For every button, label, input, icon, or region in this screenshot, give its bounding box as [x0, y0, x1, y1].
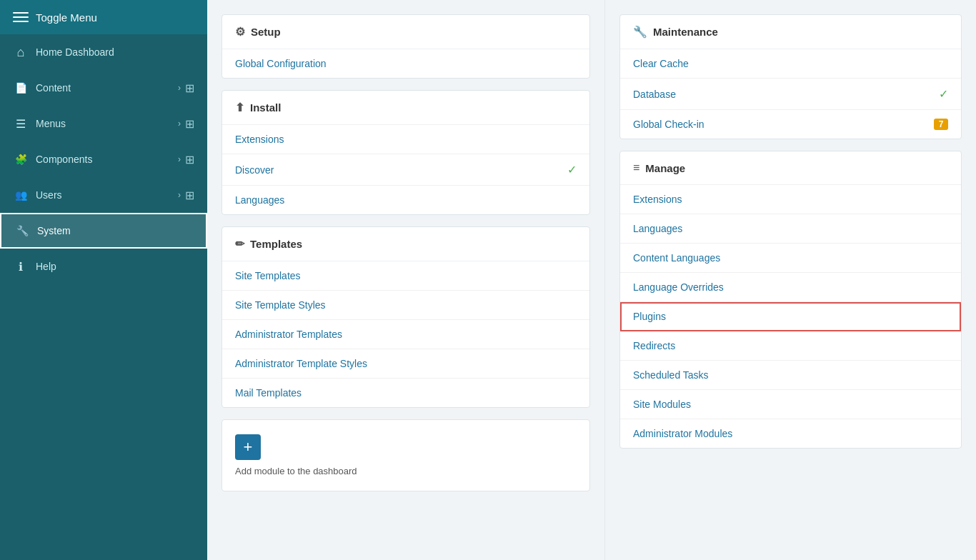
install-section: ⬆ Install Extensions Discover ✓ Language…: [221, 90, 590, 215]
sidebar-item-content-label: Content: [36, 82, 178, 94]
administrator-template-styles-label: Administrator Template Styles: [235, 358, 367, 369]
maintenance-title: Maintenance: [653, 26, 718, 38]
global-configuration-link[interactable]: Global Configuration: [222, 49, 589, 78]
manage-title: Manage: [645, 162, 685, 174]
templates-title: Templates: [250, 238, 302, 250]
left-panel: Setup Global Configuration ⬆ Install Ext…: [207, 0, 604, 560]
templates-header: ✏ Templates: [222, 227, 589, 261]
chevron-right-icon: ›: [178, 154, 181, 164]
sidebar-item-home-label: Home Dashboard: [36, 46, 194, 58]
database-label: Database: [633, 89, 676, 100]
sidebar-item-menus[interactable]: Menus › ⊞: [0, 106, 207, 141]
grid-icon: ⊞: [185, 153, 194, 166]
global-checkin-label: Global Check-in: [633, 119, 704, 130]
gear-icon: [235, 25, 245, 39]
discover-link[interactable]: Discover ✓: [222, 154, 589, 186]
content-icon: [13, 80, 29, 96]
language-overrides-label: Language Overrides: [633, 281, 724, 293]
mail-templates-link[interactable]: Mail Templates: [222, 379, 589, 407]
site-templates-link[interactable]: Site Templates: [222, 261, 589, 291]
redirects-link[interactable]: Redirects: [620, 331, 961, 361]
language-overrides-link[interactable]: Language Overrides: [620, 273, 961, 302]
clear-cache-label: Clear Cache: [633, 58, 689, 69]
home-icon: [13, 44, 29, 60]
sidebar-item-components[interactable]: Components › ⊞: [0, 141, 207, 177]
add-module-button[interactable]: +: [235, 434, 261, 460]
help-icon: [13, 259, 29, 274]
site-template-styles-label: Site Template Styles: [235, 299, 326, 311]
discover-label: Discover: [235, 164, 274, 176]
database-link[interactable]: Database ✓: [620, 79, 961, 110]
grid-icon: ⊞: [185, 81, 194, 95]
scheduled-tasks-label: Scheduled Tasks: [633, 369, 709, 381]
setup-section: Setup Global Configuration: [221, 14, 590, 79]
main-content: Setup Global Configuration ⬆ Install Ext…: [207, 0, 976, 560]
right-panel: 🔧 Maintenance Clear Cache Database ✓ Glo…: [604, 0, 976, 560]
manage-icon: ≡: [633, 161, 639, 174]
site-templates-label: Site Templates: [235, 270, 301, 281]
sidebar-item-users[interactable]: Users › ⊞: [0, 177, 207, 213]
content-languages-label: Content Languages: [633, 252, 720, 264]
manage-languages-label: Languages: [633, 223, 682, 234]
setup-header: Setup: [222, 15, 589, 49]
sidebar-item-content[interactable]: Content › ⊞: [0, 70, 207, 106]
global-checkin-badge: 7: [934, 119, 948, 130]
mail-templates-label: Mail Templates: [235, 387, 302, 399]
check-icon: ✓: [567, 163, 577, 176]
manage-languages-link[interactable]: Languages: [620, 214, 961, 244]
chevron-right-icon: ›: [178, 119, 181, 129]
install-header: ⬆ Install: [222, 91, 589, 125]
global-checkin-link[interactable]: Global Check-in 7: [620, 110, 961, 139]
add-module-label: Add module to the dashboard: [235, 466, 577, 476]
sidebar-item-home[interactable]: Home Dashboard: [0, 34, 207, 70]
users-icon: [13, 187, 29, 203]
administrator-template-styles-link[interactable]: Administrator Template Styles: [222, 349, 589, 379]
extensions-install-label: Extensions: [235, 134, 284, 145]
administrator-modules-link[interactable]: Administrator Modules: [620, 419, 961, 448]
setup-title: Setup: [251, 26, 281, 38]
extensions-install-link[interactable]: Extensions: [222, 125, 589, 154]
manage-extensions-link[interactable]: Extensions: [620, 185, 961, 214]
redirects-label: Redirects: [633, 340, 675, 351]
sidebar-item-system-label: System: [37, 225, 193, 236]
administrator-templates-link[interactable]: Administrator Templates: [222, 320, 589, 349]
manage-extensions-label: Extensions: [633, 194, 682, 205]
toggle-menu-button[interactable]: Toggle Menu: [0, 0, 207, 34]
add-module-card: + Add module to the dashboard: [221, 419, 590, 491]
toggle-menu-label: Toggle Menu: [36, 11, 97, 24]
sidebar-item-help-label: Help: [36, 261, 194, 272]
sidebar-item-menus-label: Menus: [36, 118, 178, 129]
clear-cache-link[interactable]: Clear Cache: [620, 49, 961, 79]
grid-icon: ⊞: [185, 189, 194, 202]
manage-header: ≡ Manage: [620, 151, 961, 185]
site-modules-label: Site Modules: [633, 399, 691, 410]
sidebar: Toggle Menu Home Dashboard Content › ⊞ M…: [0, 0, 207, 560]
chevron-right-icon: ›: [178, 83, 181, 93]
site-template-styles-link[interactable]: Site Template Styles: [222, 291, 589, 320]
sidebar-item-system[interactable]: System: [0, 213, 207, 249]
languages-install-link[interactable]: Languages: [222, 186, 589, 214]
site-modules-link[interactable]: Site Modules: [620, 390, 961, 419]
install-title: Install: [250, 101, 281, 114]
database-check-icon: ✓: [939, 87, 948, 101]
install-icon: ⬆: [235, 101, 244, 114]
maintenance-header: 🔧 Maintenance: [620, 15, 961, 49]
administrator-templates-label: Administrator Templates: [235, 329, 342, 340]
toggle-menu-icon: [13, 9, 29, 25]
grid-icon: ⊞: [185, 117, 194, 131]
languages-install-label: Languages: [235, 194, 284, 206]
sidebar-item-users-label: Users: [36, 189, 178, 201]
plugins-label: Plugins: [633, 311, 666, 322]
plugins-link[interactable]: Plugins: [620, 302, 961, 331]
components-icon: [13, 151, 29, 167]
menus-icon: [13, 116, 29, 131]
maintenance-section: 🔧 Maintenance Clear Cache Database ✓ Glo…: [619, 14, 962, 139]
administrator-modules-label: Administrator Modules: [633, 428, 732, 439]
templates-section: ✏ Templates Site Templates Site Template…: [221, 226, 590, 408]
scheduled-tasks-link[interactable]: Scheduled Tasks: [620, 361, 961, 390]
templates-icon: ✏: [235, 237, 244, 251]
sidebar-item-help[interactable]: Help: [0, 249, 207, 284]
wrench-icon: 🔧: [633, 25, 647, 39]
content-languages-link[interactable]: Content Languages: [620, 244, 961, 273]
chevron-right-icon: ›: [178, 190, 181, 200]
